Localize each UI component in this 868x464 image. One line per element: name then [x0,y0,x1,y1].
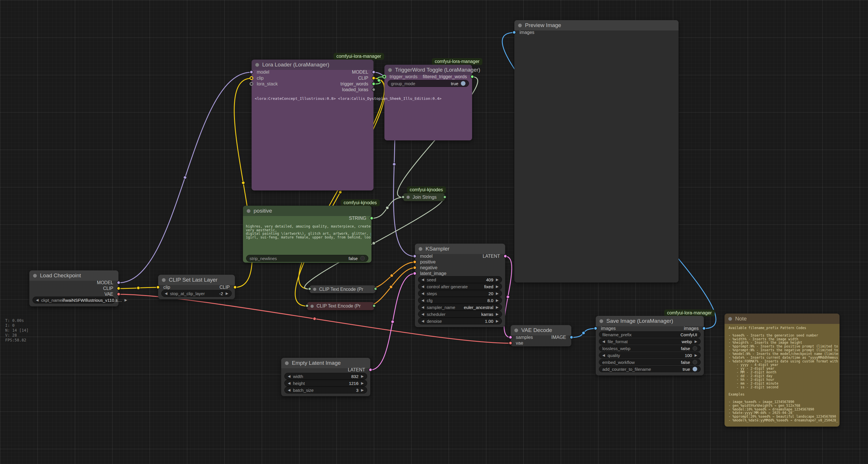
widget-width[interactable]: ◀ width 832 ▶ [284,373,367,380]
widget-quality[interactable]: ◀ quality 100 ▶ [599,352,701,358]
prev-arrow-icon[interactable]: ◀ [165,291,167,295]
next-arrow-icon[interactable]: ▶ [124,298,127,302]
collapse-dot[interactable] [247,209,250,213]
loaded-loras-output-port[interactable] [372,88,375,91]
prev-arrow-icon[interactable]: ◀ [422,278,424,282]
toggle-on-icon[interactable] [461,81,465,86]
toggle-on-icon[interactable] [693,367,697,371]
widget-filename-prefix[interactable]: filename_prefix ComfyUI [599,331,701,338]
widget-stop-at-clip-layer[interactable]: ◀ stop_at_clip_layer -2 ▶ [161,290,232,297]
toggle-off-icon[interactable] [693,360,697,365]
negative-input-port[interactable] [413,266,416,269]
prev-arrow-icon[interactable]: ◀ [422,285,424,289]
prev-arrow-icon[interactable]: ◀ [422,319,424,323]
note-text[interactable]: Available filename_prefix Pattern Codes … [728,326,838,425]
widget-embed-workflow[interactable]: embed_workflow false [599,359,701,365]
collapse-dot[interactable] [728,317,732,321]
filtered-trigger-words-output-port[interactable] [470,75,474,79]
node-join-strings[interactable]: Join Strings [403,193,445,201]
node-clip-text-encode-positive[interactable]: CLIP Text Encode (Pr [310,285,375,293]
node-save-image[interactable]: Save Image (LoraManager) images images f… [596,316,704,375]
next-arrow-icon[interactable]: ▶ [496,285,499,289]
widget-scheduler[interactable]: ◀ scheduler karras ▶ [418,311,502,318]
next-arrow-icon[interactable]: ▶ [496,291,499,295]
widget-sampler-name[interactable]: ◀ sampler_name euler_ancestral ▶ [418,304,502,311]
widget-height[interactable]: ◀ height 1216 ▶ [284,380,367,387]
collapse-dot[interactable] [418,247,422,251]
widget-ckpt-name[interactable]: ◀ ckpt_name il\waiNSFWIllustrious_v110.s… [32,297,115,303]
collapsed-input-port[interactable] [305,304,309,308]
node-triggerword-toggle[interactable]: TriggerWord Toggle (LoraManager) trigger… [384,65,472,140]
prev-arrow-icon[interactable]: ◀ [422,312,424,316]
node-load-checkpoint[interactable]: Load Checkpoint MODEL CLIP VAE ◀ ckpt_na… [29,270,119,307]
model-input-port[interactable] [413,254,416,258]
widget-group-mode[interactable]: group_mode true [388,80,469,87]
prev-arrow-icon[interactable]: ◀ [36,298,38,302]
next-arrow-icon[interactable]: ▶ [226,291,228,295]
samples-input-port[interactable] [508,336,513,339]
latent-output-port[interactable] [503,254,507,258]
latent-image-input-port[interactable] [413,271,416,275]
loras-text[interactable]: <lora:CreateConcept_Illustrious:0.8> <lo… [255,96,442,101]
trigger-words-input-port[interactable] [382,75,386,79]
toggle-off-icon[interactable] [693,346,697,351]
images-output-port[interactable] [702,326,706,330]
node-vae-decode[interactable]: VAE Decode samples vae IMAGE [510,325,571,346]
collapse-dot[interactable] [33,274,37,278]
vae-output-port[interactable] [117,292,121,296]
node-preview-image[interactable]: Preview Image images [514,20,679,283]
widget-seed[interactable]: ◀ seed 409 ▶ [418,276,502,283]
collapsed-output-port[interactable] [443,195,446,199]
collapse-dot[interactable] [285,361,289,365]
collapsed-output-port[interactable] [374,287,377,291]
images-input-port[interactable] [594,326,597,330]
clip-output-port[interactable] [117,287,121,290]
prev-arrow-icon[interactable]: ◀ [422,305,424,309]
widget-add-counter-to-filename[interactable]: add_counter_to_filename true [599,366,701,372]
collapsed-input-port[interactable] [308,287,311,291]
clip-input-port[interactable] [250,76,253,80]
clip-input-port[interactable] [156,285,160,289]
positive-input-port[interactable] [413,260,416,264]
node-note[interactable]: Note Available filename_prefix Pattern C… [724,314,840,427]
prev-arrow-icon[interactable]: ◀ [288,374,290,378]
next-arrow-icon[interactable]: ▶ [496,305,499,309]
next-arrow-icon[interactable]: ▶ [361,374,364,378]
lora-stack-input-port[interactable] [250,82,253,86]
prev-arrow-icon[interactable]: ◀ [288,388,290,392]
prev-arrow-icon[interactable]: ◀ [602,353,605,357]
prev-arrow-icon[interactable]: ◀ [422,298,424,302]
widget-control-after-generate[interactable]: ◀ control after generate fixed ▶ [418,283,502,290]
collapse-dot[interactable] [407,196,410,199]
widget-lossless-webp[interactable]: lossless_webp false [599,345,701,351]
next-arrow-icon[interactable]: ▶ [496,298,499,302]
widget-steps[interactable]: ◀ steps 20 ▶ [418,290,502,297]
clip-output-port[interactable] [372,76,375,80]
next-arrow-icon[interactable]: ▶ [496,319,499,323]
node-clip-text-encode-negative[interactable]: CLIP Text Encode (Pr [307,302,374,310]
collapsed-input-port[interactable] [401,195,405,199]
prev-arrow-icon[interactable]: ◀ [288,381,290,385]
next-arrow-icon[interactable]: ▶ [361,388,364,392]
next-arrow-icon[interactable]: ▶ [496,312,499,316]
collapsed-output-port[interactable] [372,304,376,308]
model-input-port[interactable] [250,70,253,74]
clip-output-port[interactable] [233,285,237,289]
widget-batch-size[interactable]: ◀ batch_size 3 ▶ [284,387,367,394]
next-arrow-icon[interactable]: ▶ [496,278,499,282]
string-output-port[interactable] [370,216,373,220]
toggle-off-icon[interactable] [360,256,365,261]
widget-cfg[interactable]: ◀ cfg 8.0 ▶ [418,297,502,304]
node-graph-canvas[interactable]: T: 0.00s I: 0 N: 14 [14] V: 28 FPS:58.82… [0,0,868,464]
vae-input-port[interactable] [508,341,513,345]
collapse-dot[interactable] [514,328,518,332]
images-input-port[interactable] [513,30,516,34]
next-arrow-icon[interactable]: ▶ [694,340,697,344]
widget-denoise[interactable]: ◀ denoise 1.00 ▶ [418,318,502,324]
node-ksampler[interactable]: KSampler model positive negative latent_… [415,244,505,327]
widget-file-format[interactable]: ◀ file_format webp ▶ [599,338,701,345]
collapse-dot[interactable] [255,63,259,67]
node-lora-loader[interactable]: Lora Loader (LoraManager) model clip lor… [252,60,373,191]
node-positive-prompt[interactable]: positive STRING highres, very detailed, … [243,206,371,263]
next-arrow-icon[interactable]: ▶ [694,353,697,357]
